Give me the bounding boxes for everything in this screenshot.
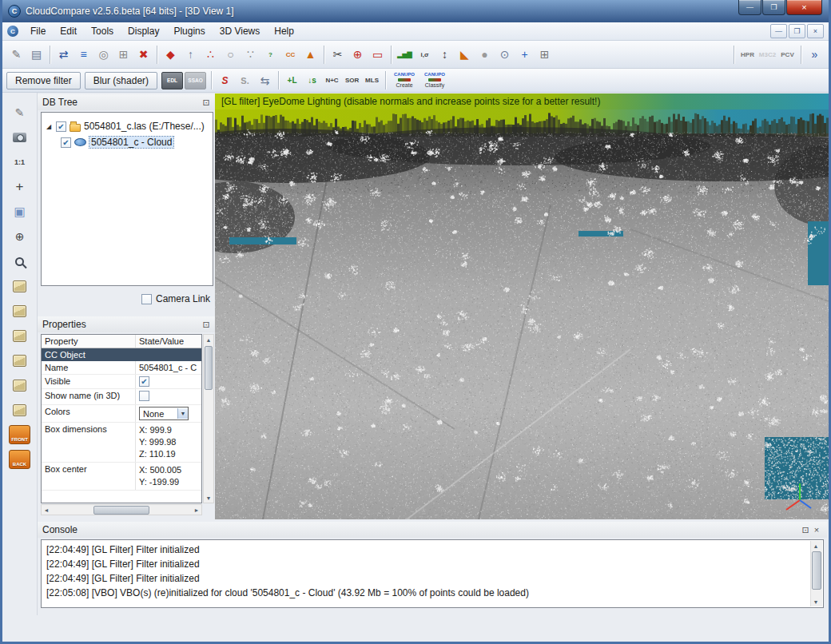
db-tree-float-icon[interactable]: ⊡ bbox=[201, 97, 212, 108]
mdi-minimize-button[interactable]: — bbox=[770, 24, 787, 38]
open-icon[interactable]: ✎ bbox=[6, 45, 26, 65]
menu-edit[interactable]: Edit bbox=[53, 23, 84, 39]
rasterize-grid-icon[interactable]: ⊞ bbox=[535, 45, 555, 65]
properties-float-icon[interactable]: ⊡ bbox=[201, 320, 212, 330]
mdi-close-button[interactable]: × bbox=[807, 24, 824, 38]
screenshot-camera-icon[interactable] bbox=[9, 127, 31, 148]
scroll-down-icon[interactable]: ▼ bbox=[811, 597, 821, 606]
sensor-icon[interactable]: ⊙ bbox=[495, 45, 515, 65]
compute-stats-icon[interactable]: ? bbox=[260, 45, 280, 65]
primitive-factory-icon[interactable]: ▲ bbox=[300, 45, 320, 65]
menu-help[interactable]: Help bbox=[267, 23, 301, 39]
mdi-restore-button[interactable]: ❐ bbox=[789, 24, 805, 38]
tree-row-cloud[interactable]: ✔ 5054801_c - Cloud bbox=[42, 134, 213, 150]
pcl-normals-curvature-icon[interactable]: N+C bbox=[322, 70, 342, 90]
menu-display[interactable]: Display bbox=[121, 23, 166, 39]
scrollbar-thumb[interactable] bbox=[812, 551, 821, 590]
qpoisson-plugin-icon[interactable]: S. bbox=[235, 70, 255, 90]
show-name-checkbox[interactable] bbox=[139, 391, 149, 401]
title-bar[interactable]: C CloudCompare v2.5.6.beta [64 bits] - [… bbox=[2, 0, 829, 22]
tree-row-root[interactable]: ◢ ✔ 5054801_c.las (E:/These/...) bbox=[42, 118, 213, 134]
pcv-plugin-icon[interactable]: PCV bbox=[777, 45, 797, 65]
menu-3d-views[interactable]: 3D Views bbox=[213, 23, 267, 39]
cloud-cloud-distance-icon[interactable]: CC bbox=[280, 45, 300, 65]
ssao-filter-icon[interactable]: SSAO bbox=[185, 72, 206, 89]
mesh-sampling-icon[interactable]: ○ bbox=[221, 45, 241, 65]
pcl-sor-filter-icon[interactable]: SOR bbox=[342, 70, 362, 90]
scrollbar-thumb[interactable] bbox=[205, 346, 213, 390]
compute-normals-icon[interactable]: ↑ bbox=[181, 45, 201, 65]
edl-filter-icon[interactable]: EDL bbox=[161, 72, 183, 89]
pcl-down-s-icon[interactable]: ↓s bbox=[302, 70, 322, 90]
add-icon[interactable]: + bbox=[515, 45, 535, 65]
point-cloud-render[interactable] bbox=[215, 109, 829, 519]
color-scale-icon[interactable]: ◣ bbox=[455, 45, 475, 65]
camera-link-checkbox[interactable] bbox=[141, 294, 152, 304]
sf-statistics-icon[interactable]: i,σ bbox=[415, 45, 435, 65]
pcl-mls-icon[interactable]: MLS bbox=[362, 70, 382, 90]
properties-list-icon[interactable]: ≡ bbox=[74, 45, 93, 65]
view-back-icon[interactable] bbox=[9, 300, 31, 321]
console-vertical-scrollbar[interactable]: ▲ ▼ bbox=[810, 541, 822, 606]
qsra-plugin-icon[interactable]: S bbox=[215, 70, 235, 90]
zoom-center-crosshair-icon[interactable]: + bbox=[9, 177, 31, 197]
scrollbar-thumb[interactable] bbox=[93, 506, 149, 515]
properties-vertical-scrollbar[interactable]: ▲ ▼ bbox=[203, 334, 214, 503]
view-top-icon[interactable] bbox=[9, 375, 31, 396]
menu-file[interactable]: File bbox=[23, 23, 53, 39]
scroll-up-icon[interactable]: ▲ bbox=[811, 541, 821, 551]
subsample-icon[interactable]: ∵ bbox=[241, 45, 260, 65]
zoom-magnifier-icon[interactable] bbox=[9, 251, 31, 272]
view-left-icon[interactable] bbox=[9, 325, 31, 346]
cc-object-section-row[interactable]: CC Object bbox=[42, 348, 201, 361]
pivot-visibility-icon[interactable]: ⊕ bbox=[9, 226, 31, 247]
view-front-icon[interactable] bbox=[9, 276, 31, 296]
scroll-down-icon[interactable]: ▼ bbox=[204, 493, 213, 503]
point-picking-icon[interactable]: ◎ bbox=[93, 45, 113, 65]
clipping-box-icon[interactable]: ▭ bbox=[368, 45, 388, 65]
segment-scissors-icon[interactable]: ✂ bbox=[328, 45, 348, 65]
minimize-button[interactable]: — bbox=[738, 0, 761, 15]
delete-icon[interactable]: ✖ bbox=[133, 45, 153, 65]
save-icon[interactable]: ▤ bbox=[26, 45, 46, 65]
restore-button[interactable]: ❐ bbox=[762, 0, 785, 15]
iso-front-icon[interactable]: FRONT bbox=[9, 424, 31, 445]
close-button[interactable]: × bbox=[786, 0, 822, 15]
scroll-right-icon[interactable]: ► bbox=[192, 505, 201, 515]
set-color-icon[interactable]: ◆ bbox=[161, 45, 181, 65]
scroll-left-icon[interactable]: ◄ bbox=[42, 505, 51, 515]
pcl-plus-l-icon[interactable]: +L bbox=[282, 70, 302, 90]
qranging-plugin-icon[interactable]: ⇆ bbox=[255, 70, 275, 90]
hpr-plugin-icon[interactable]: HPR bbox=[738, 45, 757, 65]
view-right-icon[interactable] bbox=[9, 350, 31, 371]
menu-plugins[interactable]: Plugins bbox=[166, 23, 212, 39]
console-float-icon[interactable]: ⊡ bbox=[800, 525, 811, 535]
visible-checkbox[interactable]: ✔ bbox=[139, 376, 149, 387]
scroll-up-icon[interactable]: ▲ bbox=[204, 335, 213, 344]
mdi-child-icon[interactable]: C bbox=[7, 26, 18, 37]
console-close-icon[interactable]: × bbox=[811, 525, 822, 535]
console-log[interactable]: [22:04:49] [GL Filter] Filter initialize… bbox=[41, 539, 824, 608]
pick-rotation-center-icon[interactable]: ✎ bbox=[9, 102, 31, 123]
colors-dropdown[interactable]: None ▼ bbox=[139, 407, 189, 420]
sf-min-max-icon[interactable]: ↕ bbox=[435, 45, 455, 65]
iso-back-icon[interactable]: BACK bbox=[9, 449, 31, 470]
remove-filter-button[interactable]: Remove filter bbox=[6, 72, 81, 89]
cloud-checkbox[interactable]: ✔ bbox=[61, 137, 71, 148]
merge-icon[interactable]: ⊞ bbox=[113, 45, 133, 65]
view-bottom-icon[interactable] bbox=[9, 400, 31, 420]
toolbar-overflow-chevron[interactable]: » bbox=[805, 45, 825, 65]
translate-rotate-icon[interactable]: ⊕ bbox=[348, 45, 368, 65]
octree-icon[interactable]: ∴ bbox=[201, 45, 221, 65]
root-checkbox[interactable]: ✔ bbox=[56, 121, 66, 132]
sf-histogram-icon[interactable]: ▂▅▇ bbox=[395, 45, 415, 65]
properties-horizontal-scrollbar[interactable]: ◄ ► bbox=[41, 504, 202, 515]
zoom-1-1-icon[interactable]: 1:1 bbox=[9, 152, 31, 173]
canupo-classify-icon[interactable]: CANUPO Classify bbox=[419, 70, 450, 91]
3d-view[interactable]: [GL filter] EyeDome Lighting (disable no… bbox=[215, 93, 829, 519]
sphere-icon[interactable]: ● bbox=[475, 45, 495, 65]
m3c2-plugin-icon[interactable]: M3C2 bbox=[757, 45, 777, 65]
db-tree-view[interactable]: ◢ ✔ 5054801_c.las (E:/These/...) ✔ 50548… bbox=[41, 112, 213, 286]
canupo-create-icon[interactable]: CANUPO Create bbox=[389, 70, 419, 91]
blur-shader-button[interactable]: Blur (shader) bbox=[85, 72, 157, 89]
